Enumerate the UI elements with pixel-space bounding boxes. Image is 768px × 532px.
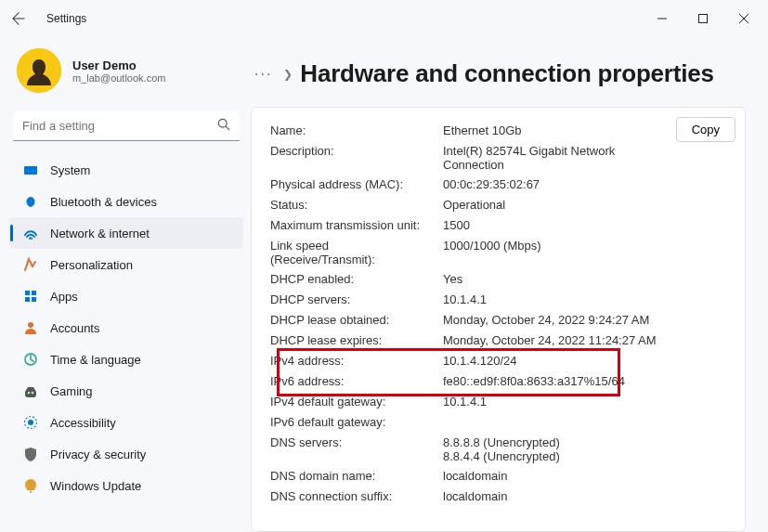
svg-rect-9: [32, 297, 36, 302]
property-value: 1000/1000 (Mbps): [443, 239, 745, 253]
title-bar: Settings: [0, 0, 768, 37]
property-row: Description:Intel(R) 82574L Gigabit Netw…: [270, 141, 745, 175]
property-value: localdomain: [443, 469, 745, 483]
svg-point-16: [30, 490, 32, 492]
sidebar-item-label: Bluetooth & devices: [50, 195, 157, 209]
svg-point-13: [32, 392, 34, 395]
profile-block[interactable]: User Demo m_lab@outlook.com: [9, 43, 243, 110]
close-icon: [739, 14, 748, 23]
svg-rect-1: [699, 15, 708, 23]
nav-icon: [22, 319, 39, 336]
property-value: 1500: [443, 218, 745, 232]
sidebar-item-system[interactable]: System: [9, 154, 243, 186]
sidebar-item-network-internet[interactable]: Network & internet: [9, 217, 243, 249]
property-value: Monday, October 24, 2022 9:24:27 AM: [443, 313, 745, 327]
property-key: Link speed (Receive/Transmit):: [270, 239, 443, 266]
copy-button[interactable]: Copy: [676, 117, 735, 142]
svg-rect-5: [24, 166, 37, 175]
property-value: 00:0c:29:35:02:67: [443, 177, 745, 191]
sidebar-item-label: Apps: [50, 290, 78, 304]
nav-icon: [22, 288, 39, 305]
nav-icon: [22, 383, 39, 399]
property-row: DNS connection suffix:localdomain: [270, 487, 745, 507]
nav-icon: [22, 477, 39, 494]
sidebar: User Demo m_lab@outlook.com SystemBlueto…: [0, 37, 251, 532]
nav-list: SystemBluetooth & devicesNetwork & inter…: [9, 154, 243, 501]
search-input[interactable]: [13, 111, 240, 141]
property-key: DHCP lease expires:: [270, 333, 443, 347]
sidebar-item-label: System: [50, 163, 90, 177]
breadcrumb-ellipsis[interactable]: ···: [251, 66, 276, 83]
sidebar-item-label: Accessibility: [50, 416, 116, 430]
svg-rect-8: [25, 297, 30, 302]
close-button[interactable]: [723, 4, 764, 33]
minimize-button[interactable]: [642, 4, 683, 33]
property-key: IPv4 address:: [270, 354, 443, 368]
property-row: DHCP enabled:Yes: [270, 269, 745, 290]
sidebar-item-apps[interactable]: Apps: [9, 280, 243, 312]
sidebar-item-label: Time & language: [50, 353, 141, 367]
sidebar-item-time-language[interactable]: Time & language: [9, 344, 243, 375]
property-key: DNS servers:: [270, 435, 443, 449]
property-value: Monday, October 24, 2022 11:24:27 AM: [443, 333, 745, 347]
sidebar-item-accounts[interactable]: Accounts: [9, 312, 243, 344]
chevron-right-icon: ❯: [283, 68, 293, 81]
user-name: User Demo: [72, 58, 165, 72]
property-value: Intel(R) 82574L Gigabit Network Connecti…: [443, 144, 745, 172]
sidebar-item-label: Network & internet: [50, 227, 150, 240]
property-value: 10.1.4.120/24: [443, 354, 745, 368]
sidebar-item-gaming[interactable]: Gaming: [9, 375, 243, 407]
sidebar-item-privacy-security[interactable]: Privacy & security: [9, 438, 243, 470]
nav-icon: [22, 351, 39, 368]
nav-icon: [22, 225, 39, 241]
page-title: Hardware and connection properties: [300, 59, 713, 88]
sidebar-item-personalization[interactable]: Personalization: [9, 249, 243, 280]
property-value: fe80::ed9f:8f0a:8633:a317%15/64: [443, 374, 745, 388]
property-key: DHCP lease obtained:: [270, 313, 443, 327]
svg-rect-7: [32, 291, 36, 295]
properties-panel: Copy Name:Ethernet 10GbDescription:Intel…: [251, 107, 746, 532]
property-row: IPv4 address:10.1.4.120/24: [270, 351, 745, 371]
minimize-icon: [657, 14, 667, 23]
property-row: DHCP lease expires:Monday, October 24, 2…: [270, 331, 745, 351]
nav-icon: [22, 256, 39, 273]
sidebar-item-accessibility[interactable]: Accessibility: [9, 407, 243, 438]
property-value: Yes: [443, 272, 745, 286]
property-value: localdomain: [443, 489, 745, 503]
svg-point-3: [218, 119, 227, 127]
sidebar-item-bluetooth-devices[interactable]: Bluetooth & devices: [9, 186, 243, 217]
property-row: DHCP servers:10.1.4.1: [270, 290, 745, 310]
svg-point-10: [28, 322, 33, 328]
svg-point-12: [28, 392, 31, 395]
svg-point-14: [28, 420, 33, 425]
search-icon: [217, 118, 230, 134]
property-key: Physical address (MAC):: [270, 177, 443, 191]
svg-line-4: [226, 126, 229, 130]
property-row: DHCP lease obtained:Monday, October 24, …: [270, 310, 745, 331]
sidebar-item-label: Privacy & security: [50, 448, 146, 461]
property-key: DNS domain name:: [270, 469, 443, 483]
maximize-button[interactable]: [683, 4, 723, 33]
breadcrumb: ··· ❯ Hardware and connection properties: [251, 37, 768, 96]
back-button[interactable]: [4, 4, 33, 33]
sidebar-item-windows-update[interactable]: Windows Update: [9, 470, 243, 501]
property-value: Operational: [443, 198, 745, 212]
avatar: [17, 48, 61, 93]
property-row: Maximum transmission unit:1500: [270, 215, 745, 236]
property-key: DHCP servers:: [270, 292, 443, 306]
user-email: m_lab@outlook.com: [72, 72, 165, 84]
property-key: DHCP enabled:: [270, 272, 443, 286]
property-row: Status:Operational: [270, 195, 745, 215]
nav-icon: [22, 446, 39, 462]
window-title: Settings: [46, 12, 86, 25]
property-value: 10.1.4.1: [443, 292, 745, 306]
property-row: IPv6 address:fe80::ed9f:8f0a:8633:a317%1…: [270, 371, 745, 392]
svg-rect-6: [25, 291, 30, 295]
nav-icon: [22, 162, 39, 178]
property-key: IPv6 default gateway:: [270, 415, 443, 429]
property-row: IPv4 default gateway:10.1.4.1: [270, 392, 745, 412]
sidebar-item-label: Windows Update: [50, 479, 141, 493]
nav-icon: [22, 414, 39, 431]
arrow-left-icon: [12, 12, 25, 25]
sidebar-item-label: Accounts: [50, 321, 99, 335]
